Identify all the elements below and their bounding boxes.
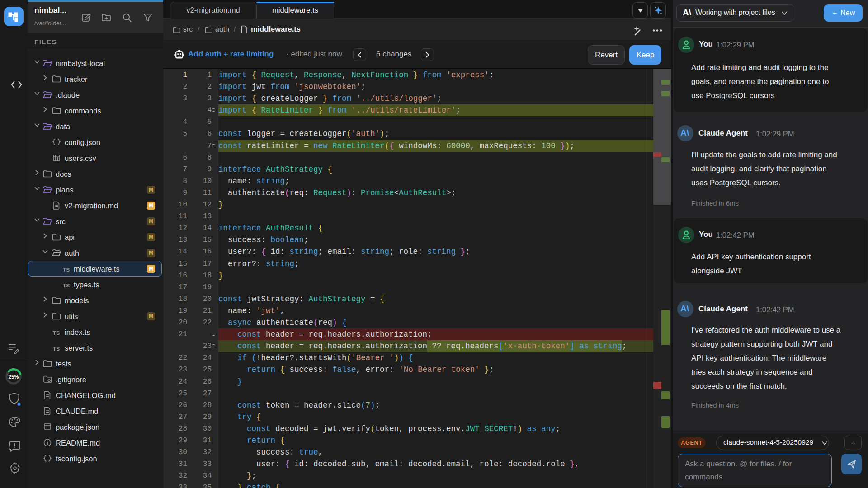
svg-text:TS: TS <box>63 267 70 272</box>
svg-text:25%: 25% <box>8 374 19 380</box>
svg-text:TS: TS <box>53 330 60 336</box>
svg-text:TS: TS <box>53 346 60 352</box>
svg-text:TS: TS <box>63 283 70 288</box>
